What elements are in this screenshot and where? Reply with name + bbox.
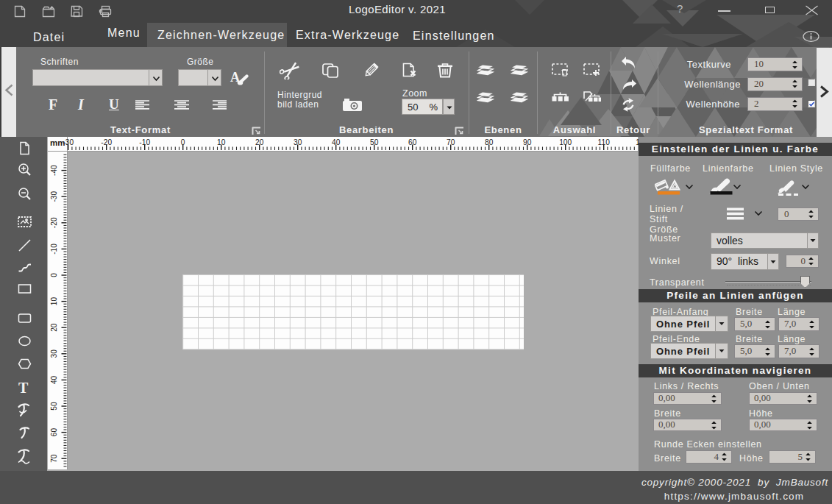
svg-text:10: 10 — [50, 297, 58, 306]
svg-text:70: 70 — [447, 138, 455, 146]
svg-text:110: 110 — [598, 138, 611, 146]
svg-text:20: 20 — [50, 323, 58, 332]
svg-text:-20: -20 — [50, 217, 58, 228]
svg-text:-10: -10 — [139, 138, 150, 146]
svg-text:50: 50 — [370, 138, 379, 146]
svg-text:60: 60 — [408, 138, 417, 146]
svg-text:70: 70 — [50, 454, 58, 463]
svg-text:40: 40 — [332, 138, 341, 146]
svg-text:90: 90 — [523, 138, 532, 146]
svg-text:-30: -30 — [50, 191, 58, 202]
svg-text:100: 100 — [559, 138, 572, 146]
svg-text:40: 40 — [50, 375, 58, 384]
svg-text:-10: -10 — [50, 244, 58, 255]
svg-text:0: 0 — [50, 273, 58, 277]
svg-text:80: 80 — [485, 138, 494, 146]
svg-text:20: 20 — [255, 138, 264, 146]
svg-text:10: 10 — [217, 138, 226, 146]
svg-text:30: 30 — [294, 138, 302, 146]
svg-text:-30: -30 — [63, 138, 74, 146]
svg-text:-40: -40 — [50, 165, 58, 176]
svg-text:0: 0 — [181, 138, 185, 146]
svg-text:60: 60 — [50, 428, 58, 437]
svg-text:30: 30 — [50, 349, 58, 358]
svg-text:-20: -20 — [101, 138, 112, 146]
svg-text:50: 50 — [50, 402, 58, 411]
